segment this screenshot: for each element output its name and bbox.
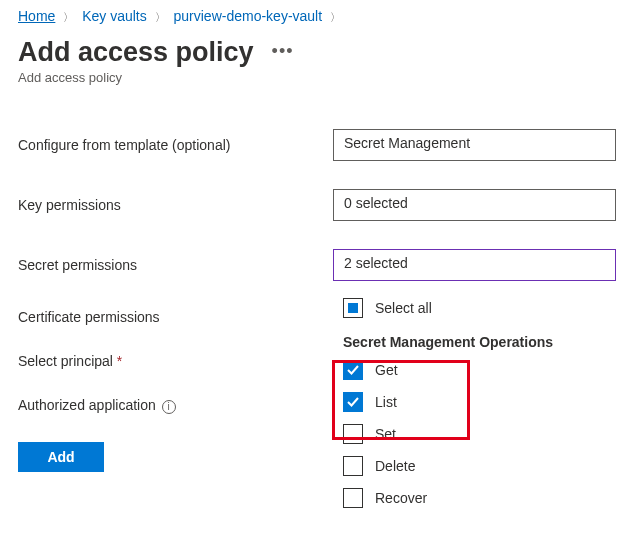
option-label: Set bbox=[375, 426, 396, 442]
dropdown-group-header: Secret Management Operations bbox=[333, 324, 634, 354]
option-list[interactable]: List bbox=[333, 386, 634, 418]
option-label: Select all bbox=[375, 300, 432, 316]
required-icon: * bbox=[117, 353, 122, 369]
add-button[interactable]: Add bbox=[18, 442, 104, 472]
chevron-right-icon: 〉 bbox=[63, 11, 74, 23]
chevron-right-icon: 〉 bbox=[330, 11, 341, 23]
label-certificate-permissions: Certificate permissions bbox=[18, 309, 333, 325]
template-select[interactable]: Secret Management bbox=[333, 129, 616, 161]
checkbox-checked-icon[interactable] bbox=[343, 360, 363, 380]
label-authorized-application: Authorized application i bbox=[18, 397, 333, 414]
breadcrumb-vault[interactable]: purview-demo-key-vault bbox=[174, 8, 323, 24]
secret-permissions-dropdown: Select all Secret Management Operations … bbox=[333, 292, 634, 478]
label-secret-permissions: Secret permissions bbox=[18, 257, 333, 273]
breadcrumb-keyvaults[interactable]: Key vaults bbox=[82, 8, 147, 24]
info-icon[interactable]: i bbox=[162, 400, 176, 414]
option-select-all[interactable]: Select all bbox=[333, 292, 634, 324]
secret-permissions-select[interactable]: 2 selected bbox=[333, 249, 616, 281]
chevron-right-icon: 〉 bbox=[155, 11, 166, 23]
page-subtitle: Add access policy bbox=[18, 70, 616, 85]
breadcrumb: Home 〉 Key vaults 〉 purview-demo-key-vau… bbox=[18, 6, 616, 25]
checkbox-checked-icon[interactable] bbox=[343, 392, 363, 412]
option-label: Get bbox=[375, 362, 398, 378]
breadcrumb-home[interactable]: Home bbox=[18, 8, 55, 24]
checkbox-partial-icon[interactable] bbox=[343, 298, 363, 318]
checkbox-empty-icon[interactable] bbox=[343, 456, 363, 476]
option-set[interactable]: Set bbox=[333, 418, 634, 450]
label-key-permissions: Key permissions bbox=[18, 197, 333, 213]
option-get[interactable]: Get bbox=[333, 354, 634, 386]
key-permissions-select[interactable]: 0 selected bbox=[333, 189, 616, 221]
checkbox-empty-icon[interactable] bbox=[343, 424, 363, 444]
label-select-principal: Select principal * bbox=[18, 353, 333, 369]
more-menu-icon[interactable]: ••• bbox=[272, 41, 294, 62]
option-label: Delete bbox=[375, 458, 415, 474]
label-template: Configure from template (optional) bbox=[18, 137, 333, 153]
page-title: Add access policy bbox=[18, 37, 254, 68]
option-label: List bbox=[375, 394, 397, 410]
option-delete[interactable]: Delete bbox=[333, 450, 634, 478]
